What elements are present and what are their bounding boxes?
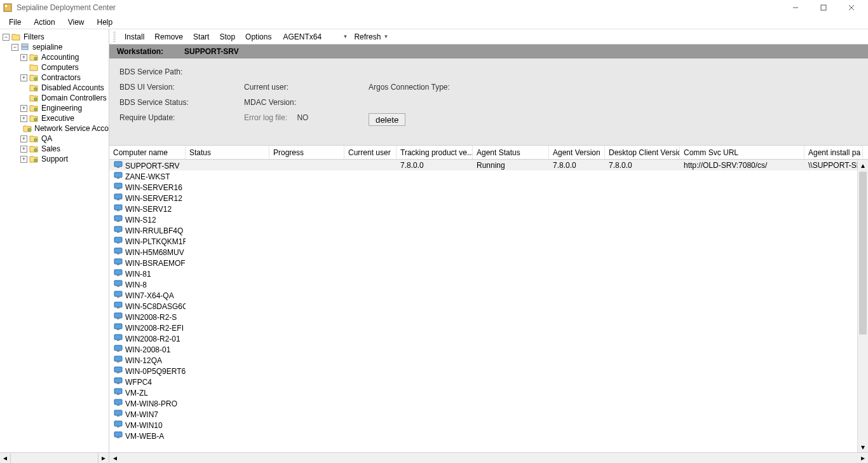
table-row[interactable]: WIN2008-R2-EFI bbox=[109, 322, 868, 333]
user-folder-icon bbox=[29, 103, 39, 113]
table-row[interactable]: WIN-S12 bbox=[109, 214, 868, 225]
table-vscrollbar[interactable]: ▴ ▾ bbox=[857, 160, 868, 452]
computer-icon bbox=[113, 225, 123, 234]
table-row[interactable]: WIN-5C8DASG6C bbox=[109, 300, 868, 311]
table-row[interactable]: WIN-12QA bbox=[109, 354, 868, 365]
col-computer-name[interactable]: Computer name bbox=[109, 146, 186, 159]
cell-tracking-version: 7.8.0.0 bbox=[397, 161, 473, 170]
table-row[interactable]: WIN-SERVER12 bbox=[109, 192, 868, 203]
scroll-track[interactable] bbox=[858, 170, 868, 441]
table-row[interactable]: WIN-SERVER16 bbox=[109, 181, 868, 192]
table-row[interactable]: WIN7-X64-QA bbox=[109, 289, 868, 300]
col-agent-install-path[interactable]: Agent install pa bbox=[804, 146, 863, 159]
col-tracking-version[interactable]: Tracking product ve... bbox=[397, 146, 473, 159]
table-row[interactable]: WIN-SERV12 bbox=[109, 203, 868, 214]
error-log-file-value: NO bbox=[297, 113, 308, 122]
menu-file[interactable]: File bbox=[3, 16, 27, 29]
menu-action[interactable]: Action bbox=[27, 16, 61, 29]
options-button[interactable]: Options bbox=[240, 31, 276, 43]
scroll-right-button[interactable]: ▸ bbox=[98, 453, 109, 463]
install-button[interactable]: Install bbox=[119, 31, 149, 43]
table-row[interactable]: WIN-8 bbox=[109, 279, 868, 289]
col-agent-status[interactable]: Agent Status bbox=[473, 146, 549, 159]
menu-help[interactable]: Help bbox=[91, 16, 119, 29]
tree-node-child[interactable]: Domain Controllers bbox=[3, 93, 109, 103]
main-hscrollbar[interactable]: ◂ ▸ bbox=[109, 452, 868, 463]
sidebar-hscrollbar[interactable]: ◂ ▸ bbox=[0, 452, 109, 463]
scroll-down-button[interactable]: ▾ bbox=[858, 441, 868, 452]
computer-icon bbox=[113, 312, 123, 321]
tree-node-child[interactable]: Network Service Acco bbox=[3, 123, 109, 134]
table-row[interactable]: ZANE-WKST bbox=[109, 170, 868, 181]
cell-computer-name: WIN2008-R2-S bbox=[109, 312, 186, 322]
scroll-left-button[interactable]: ◂ bbox=[0, 453, 11, 463]
start-button[interactable]: Start bbox=[188, 31, 214, 43]
scroll-thumb[interactable] bbox=[859, 172, 867, 335]
tree-node-child[interactable]: +Engineering bbox=[3, 103, 109, 113]
expand-toggle[interactable]: + bbox=[20, 146, 27, 153]
tree-node-child[interactable]: +Sales bbox=[3, 144, 109, 154]
col-status[interactable]: Status bbox=[186, 146, 269, 159]
col-comm-svc-url[interactable]: Comm Svc URL bbox=[680, 146, 804, 159]
table-row[interactable]: WIN-H5M68MUV bbox=[109, 246, 868, 257]
table-row[interactable]: VM-WIN10 bbox=[109, 419, 868, 430]
expand-toggle[interactable]: + bbox=[20, 135, 27, 142]
menu-view[interactable]: View bbox=[62, 16, 91, 29]
close-button[interactable] bbox=[837, 1, 865, 15]
tree-node-child[interactable]: Disabled Accounts bbox=[3, 83, 109, 93]
cell-computer-name: WIN-SERVER12 bbox=[109, 193, 186, 203]
tree-node-child[interactable]: Computers bbox=[3, 62, 109, 73]
table-row[interactable]: WIN-0P5Q9ERT6CT bbox=[109, 365, 868, 376]
maximize-button[interactable] bbox=[810, 1, 837, 15]
table-row[interactable]: WIN-BSRAEMOF bbox=[109, 257, 868, 268]
svg-rect-43 bbox=[117, 296, 119, 298]
table-row[interactable]: VM-WEB-A bbox=[109, 430, 868, 441]
table-row[interactable]: VM-ZL bbox=[109, 387, 868, 397]
expand-toggle[interactable]: + bbox=[20, 156, 27, 163]
toolbar-grip[interactable] bbox=[113, 32, 116, 42]
tree-node-sepialine[interactable]: − sepialine bbox=[3, 42, 109, 52]
tree-node-child[interactable]: +Executive bbox=[3, 113, 109, 123]
expand-toggle[interactable]: − bbox=[3, 34, 10, 41]
table-row[interactable]: WFPC4 bbox=[109, 376, 868, 387]
folder-icon bbox=[29, 62, 39, 73]
scroll-right-button[interactable]: ▸ bbox=[857, 453, 868, 463]
tree-node-child[interactable]: +Support bbox=[3, 154, 109, 164]
expand-toggle[interactable]: + bbox=[20, 74, 27, 81]
svg-rect-36 bbox=[114, 259, 122, 264]
tree-node-filters[interactable]: − Filters bbox=[3, 32, 109, 42]
col-progress[interactable]: Progress bbox=[269, 146, 344, 159]
table-row[interactable]: VM-WIN8-PRO bbox=[109, 397, 868, 408]
refresh-button[interactable]: Refresh ▼ bbox=[351, 31, 391, 43]
remove-button[interactable]: Remove bbox=[149, 31, 188, 43]
table-row[interactable]: WIN2008-R2-01 bbox=[109, 333, 868, 343]
expand-toggle-empty bbox=[20, 125, 22, 132]
delete-button[interactable]: delete bbox=[369, 113, 405, 126]
agent-combo[interactable]: AGENTx64 ▼ bbox=[279, 31, 349, 43]
table-row[interactable]: WIN-2008-01 bbox=[109, 343, 868, 354]
tree-node-child[interactable]: +Accounting bbox=[3, 52, 109, 62]
mdac-version-label: MDAC Version: bbox=[244, 98, 369, 107]
argos-conn-type-label: Argos Connection Type: bbox=[369, 83, 493, 92]
user-folder-icon bbox=[29, 113, 39, 123]
expand-toggle[interactable]: − bbox=[11, 44, 18, 51]
table-row[interactable]: SUPPORT-SRV7.8.0.0Running7.8.0.07.8.0.0h… bbox=[109, 160, 868, 170]
table-row[interactable]: WIN-81 bbox=[109, 268, 868, 279]
scroll-left-button[interactable]: ◂ bbox=[109, 453, 120, 463]
col-desktop-client-version[interactable]: Desktop Client Version bbox=[605, 146, 680, 159]
expand-toggle[interactable]: + bbox=[20, 115, 27, 122]
tree-node-child[interactable]: +QA bbox=[3, 134, 109, 144]
minimize-button[interactable] bbox=[782, 1, 810, 15]
tree-node-child[interactable]: +Contractors bbox=[3, 73, 109, 83]
col-current-user[interactable]: Current user bbox=[344, 146, 397, 159]
expand-toggle[interactable]: + bbox=[20, 105, 27, 112]
col-agent-version[interactable]: Agent Version bbox=[549, 146, 605, 159]
table-row[interactable]: WIN2008-R2-S bbox=[109, 311, 868, 322]
table-row[interactable]: WIN-PLTKQKM1F39 bbox=[109, 235, 868, 246]
expand-toggle[interactable]: + bbox=[20, 54, 27, 61]
cell-agent-version: 7.8.0.0 bbox=[549, 161, 605, 170]
table-row[interactable]: WIN-RRULBF4Q bbox=[109, 225, 868, 235]
stop-button[interactable]: Stop bbox=[214, 31, 240, 43]
table-row[interactable]: VM-WIN7 bbox=[109, 408, 868, 419]
scroll-up-button[interactable]: ▴ bbox=[858, 160, 868, 170]
